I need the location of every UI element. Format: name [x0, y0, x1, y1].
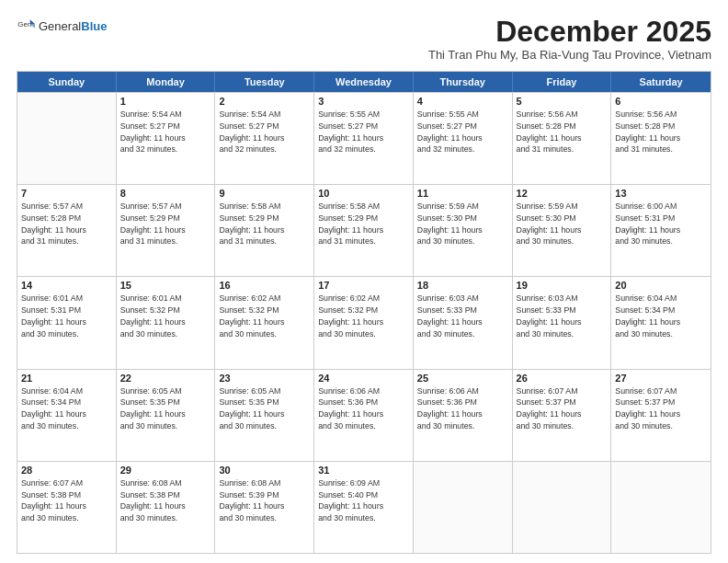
- day-cell-26: 26Sunrise: 6:07 AM Sunset: 5:37 PM Dayli…: [513, 370, 612, 461]
- day-number: 9: [219, 188, 310, 199]
- day-cell-15: 15Sunrise: 6:01 AM Sunset: 5:32 PM Dayli…: [117, 277, 216, 368]
- cell-info: Sunrise: 6:02 AM Sunset: 5:32 PM Dayligh…: [219, 293, 310, 339]
- day-cell-14: 14Sunrise: 6:01 AM Sunset: 5:31 PM Dayli…: [17, 277, 117, 368]
- logo-icon: Gen: [17, 17, 35, 35]
- day-cell-12: 12Sunrise: 5:59 AM Sunset: 5:30 PM Dayli…: [513, 185, 612, 276]
- day-cell-22: 22Sunrise: 6:05 AM Sunset: 5:35 PM Dayli…: [117, 370, 216, 461]
- day-cell-3: 3Sunrise: 5:55 AM Sunset: 5:27 PM Daylig…: [314, 93, 414, 184]
- title-block: December 2025 Thi Tran Phu My, Ba Ria-Vu…: [428, 17, 711, 62]
- cell-info: Sunrise: 6:03 AM Sunset: 5:33 PM Dayligh…: [517, 293, 608, 339]
- header-day-monday: Monday: [117, 72, 216, 92]
- day-cell-27: 27Sunrise: 6:07 AM Sunset: 5:37 PM Dayli…: [611, 370, 711, 461]
- day-cell-25: 25Sunrise: 6:06 AM Sunset: 5:36 PM Dayli…: [414, 370, 513, 461]
- day-number: 23: [219, 373, 310, 384]
- logo-text: General Blue: [39, 19, 107, 33]
- day-number: 11: [417, 188, 508, 199]
- page: Gen General Blue December 2025 Thi Tran …: [0, 0, 728, 563]
- day-number: 7: [21, 188, 112, 199]
- empty-cell: [611, 462, 711, 553]
- calendar-header: SundayMondayTuesdayWednesdayThursdayFrid…: [17, 72, 711, 92]
- day-number: 4: [417, 96, 508, 107]
- header-day-friday: Friday: [513, 72, 612, 92]
- empty-cell: [513, 462, 612, 553]
- cell-info: Sunrise: 5:59 AM Sunset: 5:30 PM Dayligh…: [417, 201, 508, 247]
- week-row-2: 7Sunrise: 5:57 AM Sunset: 5:28 PM Daylig…: [17, 184, 711, 276]
- cell-info: Sunrise: 5:57 AM Sunset: 5:28 PM Dayligh…: [21, 201, 112, 247]
- cell-info: Sunrise: 5:55 AM Sunset: 5:27 PM Dayligh…: [417, 109, 508, 155]
- cell-info: Sunrise: 6:06 AM Sunset: 5:36 PM Dayligh…: [318, 385, 409, 432]
- cell-info: Sunrise: 6:07 AM Sunset: 5:38 PM Dayligh…: [21, 477, 112, 524]
- cell-info: Sunrise: 6:06 AM Sunset: 5:36 PM Dayligh…: [417, 385, 508, 432]
- cell-info: Sunrise: 6:08 AM Sunset: 5:39 PM Dayligh…: [219, 477, 310, 524]
- day-cell-28: 28Sunrise: 6:07 AM Sunset: 5:38 PM Dayli…: [17, 462, 117, 553]
- day-cell-6: 6Sunrise: 5:56 AM Sunset: 5:28 PM Daylig…: [611, 93, 711, 184]
- cell-info: Sunrise: 6:07 AM Sunset: 5:37 PM Dayligh…: [517, 385, 608, 432]
- day-number: 15: [120, 280, 211, 291]
- cell-info: Sunrise: 5:57 AM Sunset: 5:29 PM Dayligh…: [120, 201, 211, 247]
- week-row-1: 1Sunrise: 5:54 AM Sunset: 5:27 PM Daylig…: [17, 92, 711, 184]
- day-number: 19: [517, 280, 608, 291]
- cell-info: Sunrise: 6:07 AM Sunset: 5:37 PM Dayligh…: [615, 385, 707, 432]
- day-number: 17: [318, 280, 409, 291]
- cell-info: Sunrise: 5:56 AM Sunset: 5:28 PM Dayligh…: [517, 109, 608, 155]
- day-cell-29: 29Sunrise: 6:08 AM Sunset: 5:38 PM Dayli…: [117, 462, 216, 553]
- day-number: 22: [120, 373, 211, 384]
- cell-info: Sunrise: 6:04 AM Sunset: 5:34 PM Dayligh…: [615, 293, 707, 339]
- day-cell-16: 16Sunrise: 6:02 AM Sunset: 5:32 PM Dayli…: [215, 277, 314, 368]
- svg-marker-1: [30, 19, 35, 24]
- day-cell-11: 11Sunrise: 5:59 AM Sunset: 5:30 PM Dayli…: [414, 185, 513, 276]
- day-cell-21: 21Sunrise: 6:04 AM Sunset: 5:34 PM Dayli…: [17, 370, 117, 461]
- day-cell-18: 18Sunrise: 6:03 AM Sunset: 5:33 PM Dayli…: [414, 277, 513, 368]
- cell-info: Sunrise: 5:56 AM Sunset: 5:28 PM Dayligh…: [615, 109, 707, 155]
- day-number: 10: [318, 188, 409, 199]
- empty-cell: [17, 93, 117, 184]
- subtitle: Thi Tran Phu My, Ba Ria-Vung Tau Provinc…: [428, 48, 711, 62]
- day-number: 26: [517, 373, 608, 384]
- cell-info: Sunrise: 5:58 AM Sunset: 5:29 PM Dayligh…: [219, 201, 310, 247]
- header-day-thursday: Thursday: [414, 72, 513, 92]
- day-number: 12: [517, 188, 608, 199]
- cell-info: Sunrise: 6:00 AM Sunset: 5:31 PM Dayligh…: [615, 201, 707, 247]
- logo-general: General: [39, 19, 81, 33]
- day-number: 14: [21, 280, 112, 291]
- day-cell-9: 9Sunrise: 5:58 AM Sunset: 5:29 PM Daylig…: [215, 185, 314, 276]
- cell-info: Sunrise: 6:01 AM Sunset: 5:32 PM Dayligh…: [120, 293, 211, 339]
- week-row-4: 21Sunrise: 6:04 AM Sunset: 5:34 PM Dayli…: [17, 369, 711, 461]
- header-day-tuesday: Tuesday: [215, 72, 314, 92]
- cell-info: Sunrise: 6:05 AM Sunset: 5:35 PM Dayligh…: [219, 385, 310, 432]
- day-cell-5: 5Sunrise: 5:56 AM Sunset: 5:28 PM Daylig…: [513, 93, 612, 184]
- day-number: 29: [120, 465, 211, 476]
- cell-info: Sunrise: 6:04 AM Sunset: 5:34 PM Dayligh…: [21, 385, 112, 432]
- day-cell-23: 23Sunrise: 6:05 AM Sunset: 5:35 PM Dayli…: [215, 370, 314, 461]
- logo: Gen General Blue: [17, 17, 107, 35]
- cell-info: Sunrise: 6:08 AM Sunset: 5:38 PM Dayligh…: [120, 477, 211, 524]
- day-cell-2: 2Sunrise: 5:54 AM Sunset: 5:27 PM Daylig…: [215, 93, 314, 184]
- day-cell-13: 13Sunrise: 6:00 AM Sunset: 5:31 PM Dayli…: [611, 185, 711, 276]
- calendar: SundayMondayTuesdayWednesdayThursdayFrid…: [17, 71, 711, 554]
- header-day-saturday: Saturday: [611, 72, 711, 92]
- cell-info: Sunrise: 6:05 AM Sunset: 5:35 PM Dayligh…: [120, 385, 211, 432]
- cell-info: Sunrise: 5:58 AM Sunset: 5:29 PM Dayligh…: [318, 201, 409, 247]
- day-cell-1: 1Sunrise: 5:54 AM Sunset: 5:27 PM Daylig…: [117, 93, 216, 184]
- day-cell-7: 7Sunrise: 5:57 AM Sunset: 5:28 PM Daylig…: [17, 185, 117, 276]
- day-cell-31: 31Sunrise: 6:09 AM Sunset: 5:40 PM Dayli…: [314, 462, 414, 553]
- day-number: 6: [615, 96, 707, 107]
- day-number: 8: [120, 188, 211, 199]
- header: Gen General Blue December 2025 Thi Tran …: [17, 17, 711, 62]
- cell-info: Sunrise: 5:54 AM Sunset: 5:27 PM Dayligh…: [219, 109, 310, 155]
- header-day-wednesday: Wednesday: [314, 72, 414, 92]
- day-number: 24: [318, 373, 409, 384]
- empty-cell: [414, 462, 513, 553]
- day-number: 16: [219, 280, 310, 291]
- day-number: 13: [615, 188, 707, 199]
- day-number: 28: [21, 465, 112, 476]
- day-cell-30: 30Sunrise: 6:08 AM Sunset: 5:39 PM Dayli…: [215, 462, 314, 553]
- day-number: 27: [615, 373, 707, 384]
- day-cell-20: 20Sunrise: 6:04 AM Sunset: 5:34 PM Dayli…: [611, 277, 711, 368]
- day-number: 5: [517, 96, 608, 107]
- day-number: 30: [219, 465, 310, 476]
- day-number: 2: [219, 96, 310, 107]
- cell-info: Sunrise: 6:02 AM Sunset: 5:32 PM Dayligh…: [318, 293, 409, 339]
- cell-info: Sunrise: 6:09 AM Sunset: 5:40 PM Dayligh…: [318, 477, 409, 524]
- cell-info: Sunrise: 5:54 AM Sunset: 5:27 PM Dayligh…: [120, 109, 211, 155]
